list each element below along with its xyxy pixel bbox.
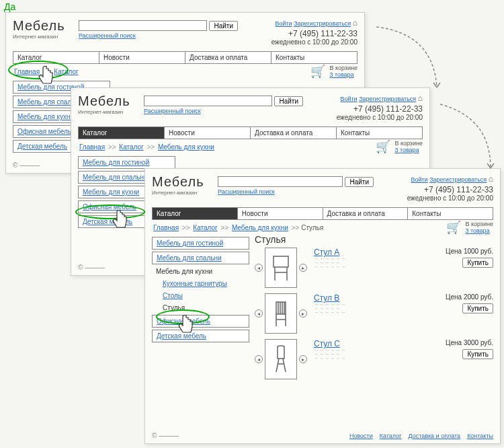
nav-catalog[interactable]: Каталог [79,127,165,139]
frame-3: Мебель Интернет-магазин Найти Расширенны… [144,168,501,444]
search-input[interactable] [79,20,207,31]
copyright-mark: © ——— [78,264,105,271]
search-input[interactable] [144,96,272,106]
home-icon[interactable]: ⌂ [489,174,493,184]
nav-news[interactable]: Новости [238,208,323,219]
crumb-catalog[interactable]: Каталог [119,143,143,151]
nav-contacts[interactable]: Контакты [337,127,422,139]
phone-number: +7 (495) 111-22-33 [243,29,358,38]
product-desc: ～～～～～～～～～～～～～～～～～ [314,257,419,269]
search-button[interactable]: Найти [209,21,238,31]
product-thumb[interactable] [265,293,297,334]
product-price: Цена 3000 руб. [426,339,493,346]
advanced-search-link[interactable]: Расширенный поиск [218,188,275,195]
search-button[interactable]: Найти [345,177,374,187]
gallery-next-icon[interactable]: ▸ [299,309,307,318]
nav-contacts[interactable]: Контакты [271,52,357,63]
crumb-home[interactable]: Главная [14,68,40,75]
hours: ежедневно с 10:00 до 20:00 [379,194,493,202]
gallery-next-icon[interactable]: ▸ [299,355,307,363]
product-thumb[interactable] [265,339,297,379]
login-link[interactable]: Войти [340,96,357,102]
cart-icon[interactable]: 🛒 [446,220,461,235]
nav-news[interactable]: Новости [99,52,185,63]
cart-items-link[interactable]: 3 товара [394,147,419,153]
crumb-home[interactable]: Главная [153,224,179,231]
side-kids[interactable]: Детская мебель [152,330,249,342]
product-desc: ～～～～～～～～～～～～～～～～～ [314,348,419,361]
register-link[interactable]: Зарегистрироваться [294,20,351,27]
product-thumb[interactable] [265,248,297,288]
nav-delivery[interactable]: Доставка и оплата [323,208,409,219]
buy-button[interactable]: Купить [462,349,493,359]
footer-contacts[interactable]: Контакты [467,433,493,439]
side-tables[interactable]: Столы [152,291,249,301]
nav-delivery[interactable]: Доставка и оплата [251,127,337,139]
phone-number: +7 (495) 111-22-33 [308,104,423,114]
logo: Мебель [13,18,73,34]
phone-number: +7 (495) 111-22-33 [379,185,493,194]
nav-contacts[interactable]: Контакты [408,208,493,219]
product-price: Цена 2000 руб. [426,293,493,301]
gallery-prev-icon[interactable]: ◂ [255,309,263,318]
side-living[interactable]: Мебель для гостиной [78,156,175,169]
main-nav: Каталог Новости Доставка и оплата Контак… [152,207,493,220]
search-button[interactable]: Найти [274,96,303,106]
login-link[interactable]: Войти [411,176,427,183]
flow-arrow-icon [437,98,504,178]
logo-block: Мебель Интернет-магазин [13,18,73,40]
footer-delivery[interactable]: Доставка и оплата [408,433,460,439]
logo: Мебель [152,174,212,190]
side-living[interactable]: Мебель для гостиной [152,237,249,250]
register-link[interactable]: Зарегистрироваться [359,96,416,102]
side-kitchen-sets[interactable]: Кухонные гарнитуры [152,278,249,289]
logo: Мебель [78,94,138,109]
crumb-catalog[interactable]: Каталог [54,68,78,75]
crumb-kitchen[interactable]: Мебель для кухни [232,224,288,231]
logo-subtitle: Интернет-магазин [78,109,138,115]
logo-subtitle: Интернет-магазин [152,190,212,196]
footer-news[interactable]: Новости [349,433,373,439]
advanced-search-link[interactable]: Расширенный поиск [79,32,136,39]
advanced-search-link[interactable]: Расширенный поиск [144,108,201,114]
nav-catalog[interactable]: Каталог [153,208,238,219]
home-icon[interactable]: ⌂ [353,18,358,28]
crumb-home[interactable]: Главная [79,143,105,151]
gallery-prev-icon[interactable]: ◂ [255,355,263,363]
hours: ежедневно с 10:00 до 20:00 [308,114,423,121]
buy-button[interactable]: Купить [462,303,493,313]
cart-items-link[interactable]: 3 товара [465,227,489,234]
side-office[interactable]: Офисная мебель [152,315,249,328]
login-link[interactable]: Войти [275,20,292,27]
gallery-prev-icon[interactable]: ◂ [255,264,263,272]
home-icon[interactable]: ⌂ [418,94,423,103]
logo-subtitle: Интернет-магазин [13,34,73,40]
side-kitchen[interactable]: Мебель для кухни [152,266,249,276]
hours: ежедневно с 10:00 до 20:00 [243,38,358,46]
copyright-mark: © ——— [13,161,40,169]
nav-news[interactable]: Новости [165,127,251,139]
crumb-catalog[interactable]: Каталог [193,224,217,231]
product-price: Цена 1000 руб. [426,248,493,255]
product-row: ◂ ▸ Стул A ～～～～～～～～～～～～～～～～～ Цена 1000 р… [255,248,493,288]
search-input[interactable] [218,176,343,187]
buy-button[interactable]: Купить [462,258,493,268]
cart-icon[interactable]: 🛒 [310,64,325,79]
product-row: ◂ ▸ Стул B ～～～～～～～～～～～～～～～～～ Цена 2000 р… [255,293,493,334]
side-bedroom[interactable]: Мебель для спальни [152,252,249,264]
nav-delivery[interactable]: Доставка и оплата [185,52,271,63]
product-desc: ～～～～～～～～～～～～～～～～～ [314,303,419,315]
footer-catalog[interactable]: Каталог [380,433,402,439]
side-chairs[interactable]: Стулья [152,303,249,313]
page-title: Стулья [255,234,493,245]
cart-items-link[interactable]: 3 товара [329,71,353,78]
gallery-next-icon[interactable]: ▸ [299,264,307,272]
cart-icon[interactable]: 🛒 [376,139,390,154]
crumb-kitchen[interactable]: Мебель для кухни [158,143,214,151]
copyright-mark: © ——— [152,432,179,439]
register-link[interactable]: Зарегистрироваться [429,176,487,183]
main-nav: Каталог Новости Доставка и оплата Контак… [78,126,423,139]
nav-catalog[interactable]: Каталог [13,52,99,63]
crumb-chairs: Стулья [301,224,323,231]
cart-label: В корзине [394,140,423,147]
